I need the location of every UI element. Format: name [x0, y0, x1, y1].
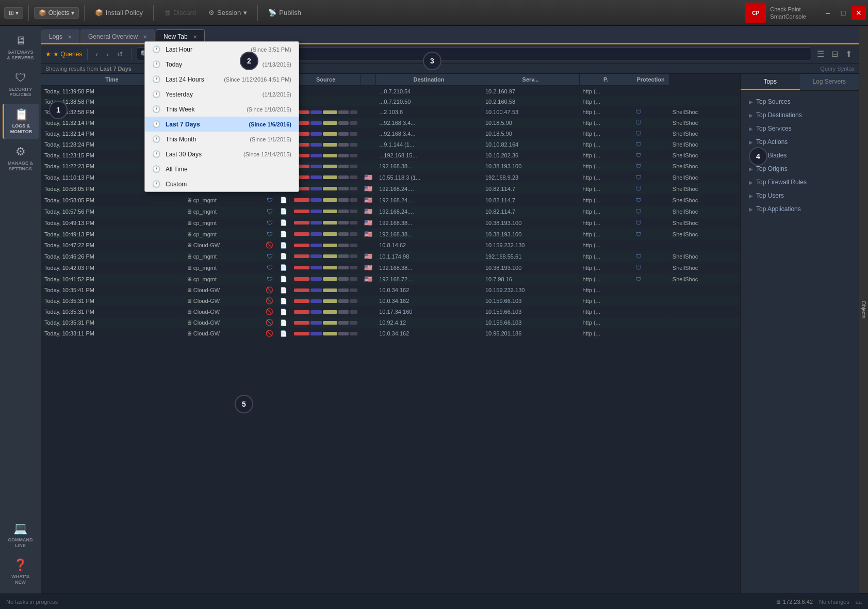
table-row[interactable]: Today, 10:35:31 PM 🖥Cloud-GW 🚫 📄 10.92.4…: [41, 317, 740, 328]
dd-item-custom[interactable]: 🕐 Custom: [145, 177, 299, 191]
nav-forward-button[interactable]: ›: [104, 49, 111, 59]
cell-source: 192.168.24....: [376, 183, 482, 195]
cell-protection-flag: 🛡: [632, 229, 669, 240]
tops-item-firewall-rules[interactable]: ▶ Top Firewall Rules: [745, 175, 855, 189]
table-row[interactable]: Today, 10:47:22 PM 🖥Cloud-GW 🚫 📄 10.8.14…: [41, 240, 740, 251]
arrow-icon-applications: ▶: [749, 206, 753, 212]
table-row[interactable]: Today, 10:41:52 PM 🖥cp_mgmt 🛡 📄 🇺🇸 192.1…: [41, 274, 740, 285]
new-tab-close[interactable]: ✕: [193, 34, 197, 40]
dd-item-yesterday[interactable]: 🕐 Yesterday (1/12/2016): [145, 87, 299, 102]
table-row[interactable]: Today, 10:57:56 PM 🖥cp_mgmt 🛡 📄 🇺🇸 192.1…: [41, 206, 740, 217]
session-menu-button[interactable]: ⚙ Session ▾: [203, 7, 252, 19]
arrow-icon-actions: ▶: [749, 139, 753, 145]
tab-logs[interactable]: Logs ✕: [41, 29, 79, 43]
nav-back-button[interactable]: ‹: [93, 49, 101, 59]
cell-flag: 🇺🇸: [361, 229, 376, 240]
dd-item-all-time[interactable]: 🕐 All Time: [145, 162, 299, 177]
status-ip: 🖥 172.23.6.42: [775, 599, 813, 605]
table-row[interactable]: Today, 10:33:11 PM 🖥Cloud-GW 🚫 📄 10.0.34…: [41, 328, 740, 339]
showing-text: Showing results from Last 7 Days: [45, 66, 132, 72]
table-row[interactable]: Today, 10:35:31 PM 🖥Cloud-GW 🚫 📄 10.0.34…: [41, 296, 740, 307]
cell-shield: 🛡: [263, 262, 277, 274]
table-row[interactable]: Today, 10:35:41 PM 🖥Cloud-GW 🚫 📄 10.0.34…: [41, 285, 740, 296]
cell-shield: 🛡: [263, 274, 277, 285]
logs-tab-close[interactable]: ✕: [68, 34, 72, 40]
cell-protection-flag: 🛡: [632, 139, 669, 150]
cell-service: http (...: [579, 107, 632, 118]
tab-general-overview[interactable]: General Overview ✕: [80, 29, 155, 43]
dd-item-today[interactable]: 🕐 Today (1/13/2016): [145, 57, 299, 72]
sidebar-item-policies[interactable]: 🛡 SECURITYPOLICIES: [3, 67, 39, 102]
app-menu-button[interactable]: ⊞ ▾: [4, 7, 23, 19]
tops-tab-tops[interactable]: Tops: [741, 74, 800, 90]
clock-icon-today: 🕐: [152, 60, 160, 68]
dd-item-last-7-days[interactable]: 🕐 Last 7 Days (Since 1/6/2016): [145, 117, 299, 132]
tops-item-destinations[interactable]: ▶ Top Destinations: [745, 108, 855, 122]
dd-item-last-hour[interactable]: 🕐 Last Hour (Since 3:51 PM): [145, 42, 299, 57]
tops-tab-log-servers[interactable]: Log Servers: [800, 74, 859, 90]
sidebar-item-cmdline[interactable]: 💻 COMMANDLINE: [3, 518, 39, 553]
columns-icon-button[interactable]: ⊟: [829, 48, 841, 60]
cell-origin: 🖥Cloud-GW: [183, 240, 262, 251]
cell-source: 10.8.14.62: [376, 240, 482, 251]
cell-destination: 10.2.160.97: [482, 86, 579, 97]
cell-source: ...192.168.15...: [376, 150, 482, 161]
table-row[interactable]: Today, 10:35:31 PM 🖥Cloud-GW 🚫 📄 10.17.3…: [41, 307, 740, 317]
table-row[interactable]: Today, 10:58:05 PM 🖥cp_mgmt 🛡 📄 🇺🇸 192.1…: [41, 195, 740, 206]
general-overview-tab-close[interactable]: ✕: [143, 34, 147, 40]
cell-protection-flag: 🛡: [632, 251, 669, 262]
dd-since-yesterday: (1/12/2016): [263, 91, 291, 98]
tops-item-sources[interactable]: ▶ Top Sources: [745, 95, 855, 108]
discard-icon: 🗑: [164, 9, 171, 17]
general-overview-tab-label: General Overview: [88, 33, 138, 40]
cell-destination: 10.10.202.36: [482, 150, 579, 161]
table-row[interactable]: Today, 10:42:03 PM 🖥cp_mgmt 🛡 📄 🇺🇸 192.1…: [41, 262, 740, 274]
table-row[interactable]: Today, 10:49:13 PM 🖥cp_mgmt 🛡 📄 🇺🇸 192.1…: [41, 229, 740, 240]
minimize-button[interactable]: –: [821, 6, 835, 20]
dd-item-this-month[interactable]: 🕐 This Month (Since 1/1/2016): [145, 132, 299, 147]
table-row[interactable]: Today, 10:49:13 PM 🖥cp_mgmt 🛡 📄 🇺🇸 192.1…: [41, 217, 740, 229]
sidebar: 🖥 GATEWAYS& SERVERS 🛡 SECURITYPOLICIES 📋…: [0, 26, 41, 594]
tops-item-applications[interactable]: ▶ Top Applications: [745, 202, 855, 216]
publish-button[interactable]: 📡 Publish: [263, 7, 306, 19]
cell-destination: 10.159.66.103: [482, 317, 579, 328]
dd-item-last-30-days[interactable]: 🕐 Last 30 Days (Since 12/14/2015): [145, 147, 299, 162]
logs-icon: 📋: [14, 108, 28, 121]
cell-bars: [291, 86, 361, 97]
statusbar: No tasks in progress 🖥 172.23.6.42 No ch…: [0, 594, 868, 609]
cell-destination: 10.96.201.186: [482, 328, 579, 339]
refresh-button[interactable]: ↺: [114, 49, 126, 59]
dd-label-last-7-days: Last 7 Days: [166, 121, 243, 128]
query-syntax-hint[interactable]: Query Syntax: [820, 66, 855, 72]
export-icon-button[interactable]: ⬆: [843, 48, 855, 60]
close-button[interactable]: ✕: [851, 6, 866, 20]
cell-bars: [291, 183, 361, 195]
cell-flag: [361, 328, 376, 339]
objects-menu-button[interactable]: 📦 Objects ▾: [34, 7, 78, 19]
right-sidebar-tab-objects[interactable]: Objects: [859, 26, 868, 594]
user-initials: aa: [856, 599, 862, 605]
cell-flag: 🇺🇸: [361, 172, 376, 183]
divider-2: [84, 5, 85, 21]
logs-tab-label: Logs: [49, 33, 62, 40]
dd-item-this-week[interactable]: 🕐 This Week (Since 1/10/2016): [145, 102, 299, 117]
cell-source: 10.92.4.12: [376, 317, 482, 328]
menu-icon-button[interactable]: ☰: [814, 48, 827, 60]
sidebar-item-gateways[interactable]: 🖥 GATEWAYS& SERVERS: [3, 30, 39, 65]
arrow-icon-firewall-rules: ▶: [749, 180, 753, 185]
sidebar-item-manage[interactable]: ⚙ MANAGE &SETTINGS: [3, 141, 39, 176]
tops-item-services[interactable]: ▶ Top Services: [745, 122, 855, 135]
cell-bars: [291, 107, 361, 118]
maximize-button[interactable]: □: [836, 6, 850, 20]
queries-button[interactable]: ★ ★ Queries: [45, 51, 82, 58]
sidebar-item-logs[interactable]: 📋 LOGS &MONITOR: [3, 104, 39, 139]
dd-item-last-24h[interactable]: 🕐 Last 24 Hours (Since 1/12/2016 4:51 PM…: [145, 72, 299, 87]
table-row[interactable]: Today, 10:46:26 PM 🖥cp_mgmt 🛡 📄 🇺🇸 10.1.…: [41, 251, 740, 262]
install-policy-button[interactable]: 📦 Install Policy: [90, 7, 148, 19]
divider-1: [28, 5, 29, 21]
tops-item-users[interactable]: ▶ Top Users: [745, 189, 855, 202]
sidebar-item-whatsnew[interactable]: ❓ WHAT'SNEW: [3, 554, 39, 589]
tops-actions-label: Top Actions: [756, 138, 788, 146]
badge-3: 3: [423, 52, 441, 70]
discard-button[interactable]: 🗑 Discard: [159, 7, 201, 19]
